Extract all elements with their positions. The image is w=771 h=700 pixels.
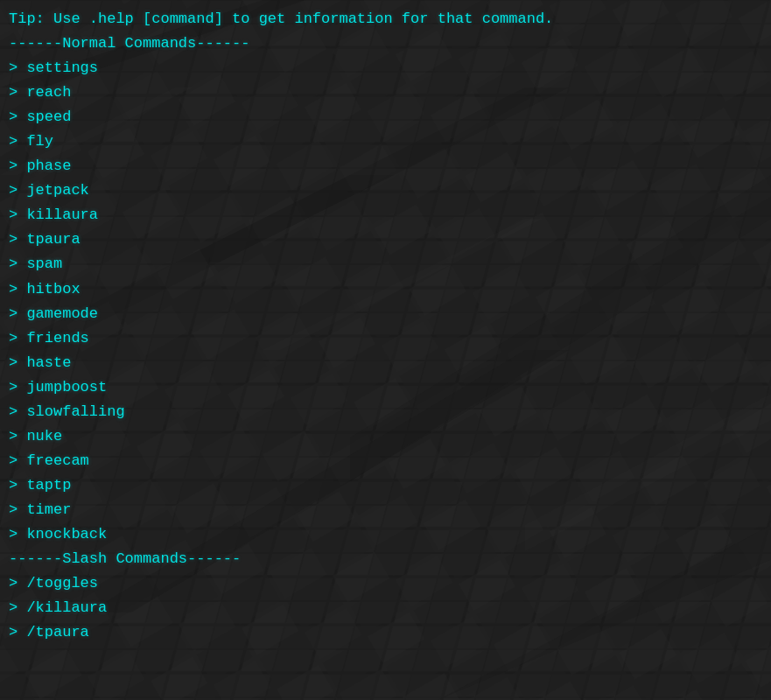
tip-line: Tip: Use .help [command] to get informat…	[9, 7, 762, 32]
normal-commands-header: ------Normal Commands------	[9, 32, 762, 56]
normal-command-item: > jetpack	[9, 178, 762, 203]
normal-command-item: > tpaura	[9, 228, 762, 252]
normal-command-item: > knockback	[9, 522, 762, 547]
normal-commands-list: > settings> reach> speed> fly> phase> je…	[9, 56, 762, 547]
normal-command-item: > reach	[9, 80, 762, 105]
slash-command-item: > /tpaura	[9, 620, 762, 645]
normal-command-item: > freecam	[9, 449, 762, 473]
normal-command-item: > slowfalling	[9, 400, 762, 424]
normal-command-item: > killaura	[9, 203, 762, 228]
slash-commands-header: ------Slash Commands------	[9, 547, 762, 571]
normal-command-item: > jumpboost	[9, 375, 762, 400]
console-output: Tip: Use .help [command] to get informat…	[0, 0, 771, 652]
normal-command-item: > haste	[9, 351, 762, 375]
normal-command-item: > fly	[9, 130, 762, 154]
normal-command-item: > settings	[9, 56, 762, 80]
normal-command-item: > speed	[9, 105, 762, 130]
normal-command-item: > nuke	[9, 424, 762, 449]
slash-commands-list: > /toggles> /killaura> /tpaura	[9, 571, 762, 645]
normal-command-item: > friends	[9, 326, 762, 351]
slash-command-item: > /toggles	[9, 571, 762, 596]
normal-command-item: > phase	[9, 154, 762, 178]
normal-command-item: > taptp	[9, 473, 762, 498]
normal-command-item: > hitbox	[9, 277, 762, 302]
normal-command-item: > gamemode	[9, 302, 762, 326]
normal-command-item: > spam	[9, 252, 762, 276]
slash-command-item: > /killaura	[9, 596, 762, 620]
normal-command-item: > timer	[9, 498, 762, 522]
